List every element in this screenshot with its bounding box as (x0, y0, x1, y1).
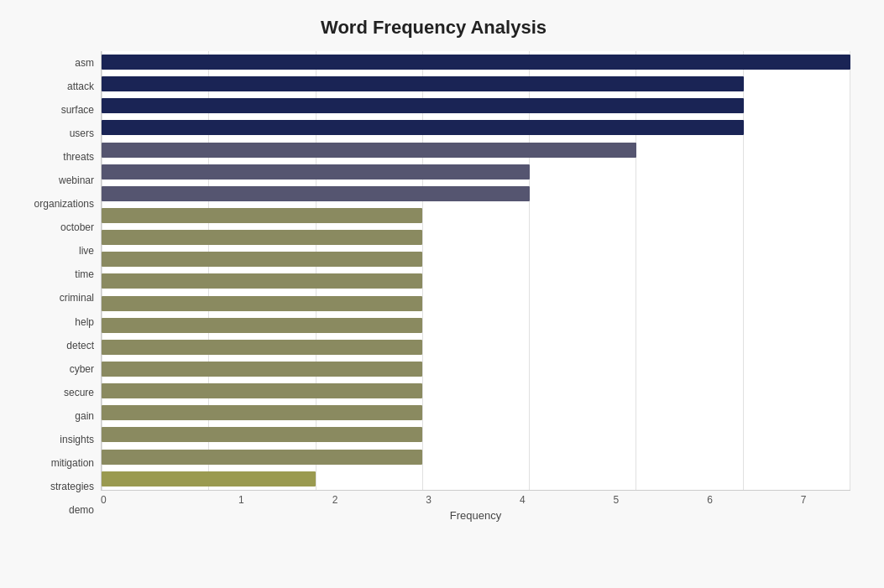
y-label-demo: demo (17, 501, 94, 519)
bar-row-webinar (102, 163, 850, 181)
chart-container: Word Frequency Analysis asmattacksurface… (0, 0, 884, 588)
bar-row-demo (102, 470, 850, 488)
bar-asm (102, 55, 850, 70)
grid-line-1 (208, 51, 209, 490)
y-label-organizations: organizations (17, 195, 94, 213)
y-label-webinar: webinar (17, 171, 94, 190)
bar-row-asm (102, 53, 850, 71)
y-label-time: time (17, 265, 94, 284)
bar-row-secure (102, 360, 850, 378)
bar-row-detect (102, 316, 850, 335)
bar-row-october (102, 206, 850, 225)
x-tick-6: 6 (663, 494, 757, 506)
bar-detect (102, 318, 422, 333)
bar-strategies (102, 450, 422, 465)
x-tick-5: 5 (569, 494, 663, 506)
y-label-gain: gain (17, 407, 94, 425)
x-tick-3: 3 (382, 494, 476, 506)
bar-row-mitigation (102, 425, 850, 444)
x-axis-label: Frequency (101, 509, 850, 522)
chart-area: asmattacksurfaceusersthreatswebinarorgan… (17, 51, 850, 522)
bar-time (102, 252, 422, 267)
bar-october (102, 208, 422, 223)
y-label-asm: asm (17, 54, 94, 72)
bar-row-gain (102, 382, 850, 400)
bar-secure (102, 362, 422, 377)
grid-line-4 (529, 51, 530, 490)
bar-webinar (102, 164, 530, 180)
y-label-threats: threats (17, 148, 94, 166)
grid-lines (102, 51, 850, 490)
grid-line-0 (102, 51, 102, 490)
grid-line-3 (422, 51, 423, 490)
y-label-october: october (17, 218, 94, 237)
x-tick-4: 4 (476, 494, 570, 506)
bar-demo (102, 471, 316, 487)
bar-surface (102, 98, 744, 113)
y-label-strategies: strategies (17, 477, 94, 496)
bar-mitigation (102, 427, 422, 442)
bar-row-strategies (102, 448, 850, 466)
bar-row-threats (102, 141, 850, 159)
y-label-insights: insights (17, 430, 94, 449)
y-label-surface: surface (17, 101, 94, 119)
y-label-secure: secure (17, 383, 94, 402)
y-label-cyber: cyber (17, 360, 94, 378)
y-label-help: help (17, 313, 94, 331)
y-axis-labels: asmattacksurfaceusersthreatswebinarorgan… (17, 51, 101, 522)
bar-gain (102, 383, 422, 398)
bar-row-users (102, 118, 850, 137)
y-label-criminal: criminal (17, 289, 94, 307)
x-tick-1: 1 (195, 494, 289, 506)
x-tick-0: 0 (101, 494, 195, 506)
bar-row-attack (102, 75, 850, 93)
y-label-users: users (17, 124, 94, 143)
bar-cyber (102, 340, 422, 355)
bar-row-organizations (102, 185, 850, 203)
bar-row-help (102, 294, 850, 313)
bar-row-live (102, 228, 850, 247)
x-tick-2: 2 (288, 494, 382, 506)
x-axis: 01234567 (101, 491, 850, 506)
x-tick-7: 7 (756, 494, 850, 506)
bar-help (102, 296, 422, 311)
grid-line-6 (743, 51, 744, 490)
bar-users (102, 120, 744, 135)
grid-line-2 (316, 51, 316, 490)
bar-attack (102, 76, 744, 91)
grid-line-5 (636, 51, 636, 490)
bar-insights (102, 405, 422, 420)
y-label-attack: attack (17, 77, 94, 96)
bar-row-time (102, 250, 850, 268)
y-label-mitigation: mitigation (17, 454, 94, 472)
y-label-detect: detect (17, 336, 94, 355)
bar-row-cyber (102, 338, 850, 356)
chart-title: Word Frequency Analysis (17, 17, 850, 39)
grid-line-7 (850, 51, 850, 490)
bar-row-surface (102, 96, 850, 115)
bars-wrapper (101, 51, 850, 491)
bar-organizations (102, 186, 530, 201)
bar-live (102, 230, 422, 245)
bar-row-criminal (102, 272, 850, 290)
bar-criminal (102, 273, 422, 289)
y-label-live: live (17, 242, 94, 260)
bar-threats (102, 143, 636, 158)
bar-row-insights (102, 403, 850, 422)
